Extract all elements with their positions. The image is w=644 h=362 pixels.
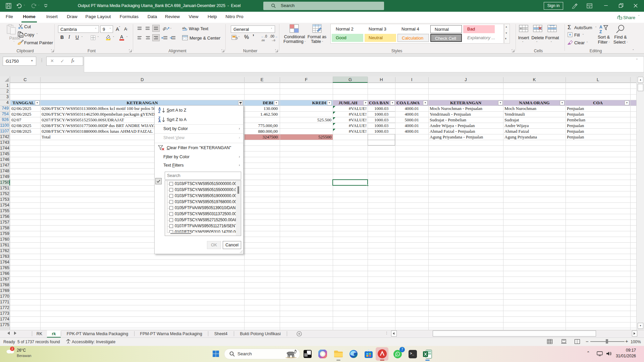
svg-text:A: A: [599, 25, 602, 29]
svg-text:$: $: [236, 37, 237, 39]
svg-text:ab: ab: [163, 26, 167, 31]
svg-text:ab: ab: [182, 26, 185, 30]
svg-text:Z: Z: [599, 29, 602, 34]
